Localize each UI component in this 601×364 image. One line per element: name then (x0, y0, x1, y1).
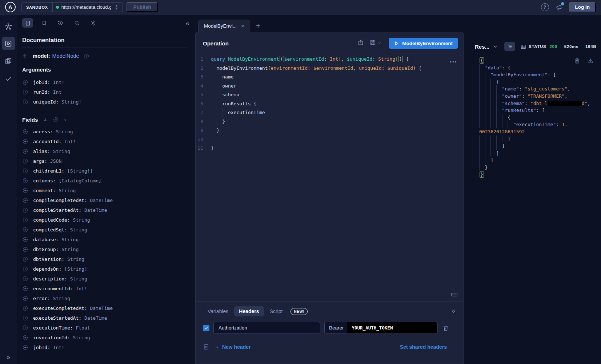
field-text[interactable]: error: String (33, 296, 70, 301)
header-enabled-checkbox[interactable] (203, 325, 209, 331)
field-text[interactable]: compileCompletedAt: DateTime (33, 198, 113, 203)
expand-rail-icon[interactable]: » (7, 353, 10, 364)
header-value-input[interactable]: Bearer YOUR_AUTH_TOKEN (324, 322, 438, 334)
field-text[interactable]: dbtGroup: String (33, 247, 79, 252)
raw-view-icon[interactable] (504, 42, 515, 51)
login-button[interactable]: Log in (569, 2, 596, 12)
add-argument-icon[interactable] (22, 89, 28, 95)
save-icon[interactable] (369, 39, 376, 47)
delete-header-trash-icon[interactable] (442, 325, 449, 331)
field-text[interactable]: access: String (33, 129, 73, 134)
breadcrumb-type[interactable]: ModelNode (52, 53, 79, 59)
add-field-icon[interactable] (22, 295, 28, 302)
add-field-icon[interactable] (22, 217, 28, 223)
add-field-icon[interactable] (22, 315, 28, 321)
sort-down-arrow-icon[interactable] (43, 117, 48, 122)
add-field-icon[interactable] (22, 138, 28, 145)
share-icon[interactable] (357, 39, 364, 47)
field-text[interactable]: accountId: Int! (33, 139, 76, 144)
field-text[interactable]: dbtVersion: String (33, 256, 84, 262)
field-text[interactable]: compiledSql: String (33, 227, 87, 232)
field-text[interactable]: comment: String (33, 188, 76, 193)
back-arrow-icon[interactable] (22, 53, 29, 59)
run-operation-button[interactable]: ModelByEnvironment (389, 38, 458, 49)
field-text[interactable]: args: JSON (33, 158, 61, 164)
tab-script[interactable]: Script (265, 306, 288, 316)
field-text[interactable]: alias: String (33, 149, 70, 154)
table-view-icon[interactable] (518, 42, 529, 51)
add-field-icon[interactable] (22, 286, 28, 292)
field-text[interactable]: jobId: Int! (33, 345, 64, 350)
add-field-icon[interactable] (22, 305, 28, 311)
add-field-icon[interactable] (22, 266, 28, 272)
add-field-icon[interactable] (22, 344, 28, 351)
documentation-tab-icon[interactable] (22, 18, 33, 28)
query-editor[interactable]: 1query ModelByEnvironment($environmentId… (196, 51, 464, 301)
rail-item-checks[interactable] (2, 72, 15, 85)
add-field-icon[interactable] (22, 276, 28, 282)
download-response-icon[interactable] (588, 58, 594, 65)
rail-item-operations[interactable] (2, 54, 15, 68)
endpoint-url[interactable]: https://metadata.cloud.getd (61, 4, 111, 10)
environment-variables-icon[interactable] (203, 344, 209, 350)
add-field-icon[interactable] (22, 187, 28, 194)
add-field-icon[interactable] (22, 325, 28, 331)
add-field-icon[interactable] (22, 246, 28, 252)
collapse-panel-icon[interactable]: « (185, 20, 189, 27)
close-tab-icon[interactable]: × (241, 23, 244, 29)
field-text[interactable]: executeCompletedAt: DateTime (33, 306, 113, 311)
collapse-request-section-icon[interactable] (450, 308, 456, 314)
rail-item-explorer[interactable] (2, 37, 15, 50)
help-icon[interactable]: ? (541, 3, 549, 11)
argument-text[interactable]: jobId: Int! (33, 80, 64, 85)
add-field-icon[interactable] (22, 335, 28, 341)
add-field-to-query-icon[interactable] (83, 53, 89, 59)
apollo-logo-icon[interactable]: A (5, 2, 16, 12)
add-field-icon[interactable] (22, 227, 28, 233)
field-text[interactable]: columns: [CatalogColumn] (33, 178, 101, 183)
add-all-fields-icon[interactable] (53, 117, 59, 123)
saved-operations-bookmark-icon[interactable] (39, 18, 49, 28)
explorer-settings-gear-icon[interactable] (88, 18, 99, 28)
add-field-icon[interactable] (22, 236, 28, 243)
response-dropdown-chevron-icon[interactable] (493, 44, 498, 49)
add-field-icon[interactable] (22, 256, 28, 262)
endpoint-url-group[interactable]: https://metadata.cloud.getd (53, 4, 123, 10)
field-text[interactable]: compileStartedAt: DateTime (33, 207, 107, 213)
field-text[interactable]: executeStartedAt: DateTime (33, 315, 107, 321)
field-text[interactable]: dependsOn: [String] (33, 266, 87, 272)
field-text[interactable]: compiledCode: String (33, 217, 90, 223)
argument-text[interactable]: runId: Int (33, 89, 61, 95)
add-field-icon[interactable] (22, 168, 28, 174)
tab-variables[interactable]: Variables (203, 306, 233, 316)
editor-overflow-menu-icon[interactable]: ••• (450, 59, 457, 65)
search-icon[interactable] (71, 18, 82, 28)
history-icon[interactable] (55, 18, 66, 28)
field-text[interactable]: database: String (33, 237, 79, 242)
connection-settings-gear-icon[interactable] (114, 4, 119, 10)
field-text[interactable]: executionTime: Float (33, 325, 90, 331)
add-field-icon[interactable] (22, 148, 28, 154)
field-text[interactable]: description: String (33, 276, 87, 282)
new-header-button[interactable]: + New header (215, 344, 251, 350)
new-tab-icon[interactable]: + (256, 22, 260, 29)
field-text[interactable]: childrenL1: [String!] (33, 168, 93, 174)
field-text[interactable]: environmentId: Int! (33, 286, 87, 291)
announcements-megaphone-icon[interactable] (555, 3, 563, 11)
add-field-icon[interactable] (22, 158, 28, 164)
rail-item-schema-graph[interactable] (2, 19, 15, 33)
argument-text[interactable]: uniqueId: String! (33, 99, 81, 105)
header-key-input[interactable] (213, 322, 320, 334)
add-field-icon[interactable] (22, 197, 28, 203)
fields-options-chevron-down-icon[interactable] (64, 118, 68, 122)
copy-response-clipboard-icon[interactable] (574, 58, 580, 65)
publish-button[interactable]: Publish (127, 2, 158, 12)
tab-headers[interactable]: Headers (234, 306, 264, 316)
add-field-icon[interactable] (22, 207, 28, 213)
operation-tab[interactable]: ModelByEnvi... × (198, 20, 250, 32)
set-shared-headers-link[interactable]: Set shared headers (400, 344, 456, 350)
save-dropdown-chevron-icon[interactable] (377, 40, 381, 46)
add-field-icon[interactable] (22, 178, 28, 184)
auth-token-value[interactable]: YOUR_AUTH_TOKEN (347, 322, 437, 333)
keyboard-shortcuts-icon[interactable] (451, 291, 458, 298)
